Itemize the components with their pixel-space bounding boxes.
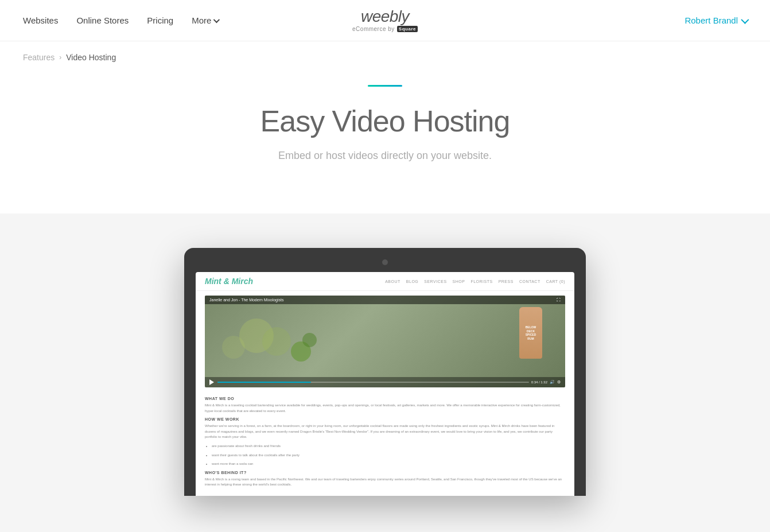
section2-text: Whether we're serving in a forest, on a … [205,424,565,440]
website-nav-shop: SHOP [453,279,465,284]
breadcrumb: Features › Video Hosting [0,41,770,73]
website-nav-about: ABOUT [385,279,400,284]
video-title-bar: Janelle and Jon - The Modern Mixologists… [205,296,565,304]
hero-title: Easy Video Hosting [23,104,747,138]
section3-title: WHO'S BEHIND IT? [205,471,565,475]
section1-text: Mint & Mirch is a traveling cocktail bar… [205,403,565,414]
website-section-1: WHAT WE DO Mint & Mirch is a traveling c… [205,397,565,414]
nav-left: Websites Online Stores Pricing More [23,15,218,25]
video-title-text: Janelle and Jon - The Modern Mixologists [209,298,283,302]
website-nav-links: ABOUT BLOG SERVICES SHOP FLORISTS PRESS … [385,279,565,284]
video-volume-icon: 🔊 [550,380,555,385]
nav-right: Robert Brandl [685,15,747,25]
section2-list: are passionate about fresh drinks and fr… [205,444,565,467]
video-fullscreen-icon: ⛶ [557,298,561,302]
section1-title: WHAT WE DO [205,397,565,401]
website-nav-press: PRESS [499,279,514,284]
monitor-area: Mint & Mirch ABOUT BLOG SERVICES SHOP FL… [0,213,770,532]
video-play-button[interactable] [209,379,215,385]
more-dropdown-icon [213,16,220,22]
breadcrumb-current: Video Hosting [66,53,116,62]
bottle-shape: BELOWDECKSPICEDRUM [519,307,542,359]
video-settings-icon: ⚙ [557,380,561,385]
square-badge: Square [397,26,418,32]
user-menu[interactable]: Robert Brandl [685,15,747,25]
breadcrumb-separator: › [59,53,61,61]
monitor-frame: Mint & Mirch ABOUT BLOG SERVICES SHOP FL… [184,248,586,496]
monitor-camera [382,259,388,265]
nav-websites[interactable]: Websites [23,15,58,25]
logo-text: weebly [361,9,409,25]
website-logo: Mint & Mirch [205,277,253,286]
website-nav-blog: BLOG [406,279,418,284]
video-controls: 0:34 / 1:32 🔊 ⚙ [205,377,565,387]
monitor-mockup: Mint & Mirch ABOUT BLOG SERVICES SHOP FL… [184,248,586,496]
nav-more[interactable]: More [192,15,218,25]
website-navbar: Mint & Mirch ABOUT BLOG SERVICES SHOP FL… [196,272,574,291]
breadcrumb-features-link[interactable]: Features [23,53,55,62]
video-progress-bar[interactable] [217,382,529,383]
list-item-2: want their guests to talk about the cock… [212,453,565,459]
monitor-screen: Mint & Mirch ABOUT BLOG SERVICES SHOP FL… [196,272,574,496]
hero-section: Easy Video Hosting Embed or host videos … [0,73,770,213]
website-content: WHAT WE DO Mint & Mirch is a traveling c… [196,392,574,496]
video-progress-fill [217,382,311,383]
website-nav-florists: FLORISTS [470,279,492,284]
hero-subtitle: Embed or host videos directly on your we… [23,150,747,162]
logo[interactable]: weebly eCommerce by Square [352,9,418,32]
section3-text: Mint & Mirch is a roving team and based … [205,477,565,488]
video-bg: BELOWDECKSPICEDRUM [205,296,565,387]
section2-title: HOW WE WORK [205,417,565,421]
list-item-3: want more than a soda can [212,461,565,467]
website-nav-services: SERVICES [424,279,446,284]
website-nav-cart: CART (0) [546,279,565,284]
website-section-2: HOW WE WORK Whether we're serving in a f… [205,417,565,467]
list-item-1: are passionate about fresh drinks and fr… [212,444,565,449]
user-dropdown-icon [741,15,749,24]
logo-sub: eCommerce by Square [352,26,418,32]
website-section-3: WHO'S BEHIND IT? Mint & Mirch is a rovin… [205,471,565,488]
nav-online-stores[interactable]: Online Stores [76,15,129,25]
navbar: Websites Online Stores Pricing More weeb… [0,0,770,41]
nav-pricing[interactable]: Pricing [147,15,173,25]
user-name: Robert Brandl [685,15,738,25]
video-time-label: 0:34 / 1:32 [531,380,547,384]
video-player: BELOWDECKSPICEDRUM Janelle and Jon - The… [205,296,565,387]
website-nav-contact: CONTACT [519,279,540,284]
hero-accent-line [368,85,402,87]
